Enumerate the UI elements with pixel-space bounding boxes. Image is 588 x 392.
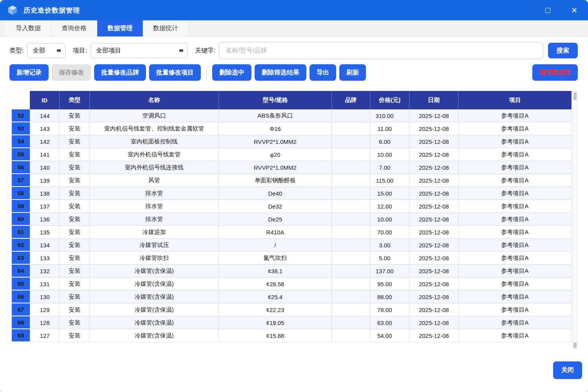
project-select[interactable]: 全部项目 [91, 43, 188, 58]
cell-project[interactable]: 参考项目A [459, 252, 572, 265]
cell-date[interactable]: 2025-12-08 [410, 290, 459, 303]
save-changes-button[interactable]: 保存修改 [52, 64, 91, 81]
cell-id[interactable]: 137 [30, 200, 60, 213]
cell-type[interactable]: 安装 [60, 290, 90, 303]
tab-import-data[interactable]: 导入数据 [5, 20, 51, 36]
cell-model[interactable]: ¢22.23 [219, 303, 332, 316]
cell-date[interactable]: 2025-12-08 [410, 187, 459, 200]
cell-type[interactable]: 安装 [60, 135, 90, 148]
cell-id[interactable]: 138 [30, 187, 60, 200]
cell-date[interactable]: 2025-12-08 [410, 329, 459, 342]
row-number[interactable]: 52 [12, 109, 30, 122]
cell-project[interactable]: 参考项目A [459, 174, 572, 187]
cell-model[interactable]: ¢19.05 [219, 316, 332, 329]
scrollbar-thumb[interactable] [573, 92, 577, 100]
cell-brand[interactable] [332, 161, 370, 174]
cell-price[interactable]: 10.00 [370, 213, 410, 226]
tab-data-management[interactable]: 数据管理 [97, 20, 143, 36]
cell-model[interactable]: 氮气吹扫 [219, 252, 332, 265]
cell-project[interactable]: 参考项目A [459, 278, 572, 290]
cell-type[interactable]: 安装 [60, 265, 90, 278]
table-row[interactable]: 61135安装冷媒追加R410A70.002025-12-08参考项目A [12, 226, 572, 239]
cell-date[interactable]: 2025-12-08 [410, 265, 459, 278]
cell-brand[interactable] [332, 239, 370, 252]
row-number[interactable]: 65 [12, 278, 30, 290]
row-number[interactable]: 68 [12, 316, 30, 329]
cell-project[interactable]: 参考项目A [459, 316, 572, 329]
cell-id[interactable]: 136 [30, 213, 60, 226]
cell-brand[interactable] [332, 174, 370, 187]
cell-id[interactable]: 130 [30, 290, 60, 303]
cell-price[interactable]: 5.00 [370, 252, 410, 265]
tab-data-statistics[interactable]: 数据统计 [143, 20, 189, 36]
cell-id[interactable]: 134 [30, 239, 60, 252]
cell-price[interactable]: 115.00 [370, 174, 410, 187]
search-button[interactable]: 搜索 [548, 43, 578, 58]
cell-date[interactable]: 2025-12-08 [410, 252, 459, 265]
cell-name[interactable]: 冷媒管(含保温) [90, 290, 219, 303]
cell-name[interactable]: 排水管 [90, 200, 219, 213]
close-button[interactable]: ✕ [569, 5, 579, 15]
cell-date[interactable]: 2025-12-08 [410, 135, 459, 148]
cell-price[interactable]: 137.00 [370, 265, 410, 278]
vertical-scrollbar[interactable] [573, 91, 577, 349]
cell-project[interactable]: 参考项目A [459, 135, 572, 148]
cell-brand[interactable] [332, 290, 370, 303]
cell-type[interactable]: 安装 [60, 174, 90, 187]
cell-brand[interactable] [332, 252, 370, 265]
refresh-button[interactable]: 刷新 [339, 64, 366, 81]
cell-name[interactable]: 冷媒管吹扫 [90, 252, 219, 265]
cell-price[interactable]: 15.00 [370, 187, 410, 200]
table-row[interactable]: 62134安装冷媒管试压/3.002025-12-08参考项目A [12, 239, 572, 252]
cell-model[interactable]: ¢38.1 [219, 265, 332, 278]
cell-type[interactable]: 安装 [60, 161, 90, 174]
cell-date[interactable]: 2025-12-08 [410, 316, 459, 329]
cell-date[interactable]: 2025-12-08 [410, 226, 459, 239]
cell-id[interactable]: 142 [30, 135, 60, 148]
table-row[interactable]: 66130安装冷媒管(含保温)¢25.488.002025-12-08参考项目A [12, 290, 572, 303]
cell-model[interactable]: 单面彩钢酚醛板 [219, 174, 332, 187]
cell-date[interactable]: 2025-12-08 [410, 174, 459, 187]
cell-date[interactable]: 2025-12-08 [410, 161, 459, 174]
cell-project[interactable]: 参考项目A [459, 148, 572, 161]
cell-model[interactable]: RVVP2*1.0MM2 [219, 135, 332, 148]
table-row[interactable]: 54142安装室内机面板控制线RVVP2*1.0MM26.002025-12-0… [12, 135, 572, 148]
row-number[interactable]: 64 [12, 265, 30, 278]
cell-project[interactable]: 参考项目A [459, 239, 572, 252]
cell-name[interactable]: 室内机信号线套管、控制线套金属软管 [90, 122, 219, 135]
cell-id[interactable]: 144 [30, 109, 60, 122]
cell-price[interactable]: 11.00 [370, 122, 410, 135]
cell-date[interactable]: 2025-12-08 [410, 109, 459, 122]
cell-date[interactable]: 2025-12-08 [410, 278, 459, 290]
cell-project[interactable]: 参考项目A [459, 122, 572, 135]
cell-name[interactable]: 冷媒追加 [90, 226, 219, 239]
cell-name[interactable]: 室内机面板控制线 [90, 135, 219, 148]
cell-model[interactable]: ABS条形风口 [219, 109, 332, 122]
row-number[interactable]: 55 [12, 148, 30, 161]
cell-type[interactable]: 安装 [60, 109, 90, 122]
cell-type[interactable]: 安装 [60, 200, 90, 213]
cell-id[interactable]: 129 [30, 303, 60, 316]
cell-type[interactable]: 安装 [60, 122, 90, 135]
cell-type[interactable]: 安装 [60, 239, 90, 252]
export-button[interactable]: 导出 [309, 64, 336, 81]
cell-brand[interactable] [332, 329, 370, 342]
cell-model[interactable]: De32 [219, 200, 332, 213]
cell-type[interactable]: 安装 [60, 316, 90, 329]
cell-price[interactable]: 78.00 [370, 303, 410, 316]
cell-type[interactable]: 安装 [60, 148, 90, 161]
delete-filtered-button[interactable]: 删除筛选结果 [255, 64, 306, 81]
cell-model[interactable]: Φ16 [219, 122, 332, 135]
cell-name[interactable]: 冷媒管试压 [90, 239, 219, 252]
cell-project[interactable]: 参考项目A [459, 161, 572, 174]
cell-project[interactable]: 参考项目A [459, 213, 572, 226]
cell-name[interactable]: 风管 [90, 174, 219, 187]
tab-query-price[interactable]: 查询价格 [51, 20, 97, 36]
delete-selected-button[interactable]: 删除选中 [212, 64, 251, 81]
scrollbar-end[interactable] [573, 343, 577, 348]
cell-id[interactable]: 135 [30, 226, 60, 239]
cell-type[interactable]: 安装 [60, 226, 90, 239]
cell-project[interactable]: 参考项目A [459, 226, 572, 239]
cell-name[interactable]: 冷媒管(含保温) [90, 316, 219, 329]
table-row[interactable]: 69127安装冷媒管(含保温)¢15.8854.002025-12-08参考项目… [12, 329, 572, 342]
